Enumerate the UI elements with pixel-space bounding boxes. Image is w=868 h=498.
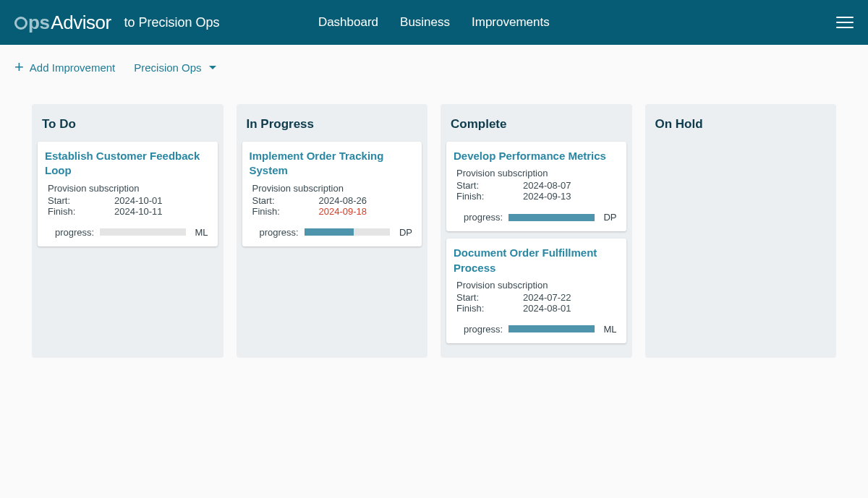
card-dates: Start:2024-08-07 Finish:2024-09-13: [454, 180, 619, 202]
improvement-card[interactable]: Implement Order Tracking System Provisio…: [242, 142, 422, 246]
add-improvement-label: Add Improvement: [30, 61, 115, 74]
app-header: ps Advisor to Precision Ops Dashboard Bu…: [0, 0, 868, 45]
progress-fill: [509, 325, 595, 332]
card-progress: progress: DP: [250, 227, 415, 238]
chevron-down-icon: [209, 66, 216, 69]
card-dates: Start:2024-07-22 Finish:2024-08-01: [454, 292, 619, 314]
column-title: In Progress: [237, 104, 428, 142]
card-subtitle: Provision subscription: [45, 183, 210, 194]
start-label: Start:: [48, 195, 114, 206]
company-filter-label: Precision Ops: [134, 61, 201, 74]
progress-bar: [100, 228, 186, 236]
card-subtitle: Provision subscription: [454, 168, 619, 179]
finish-label: Finish:: [252, 206, 319, 217]
nav-business[interactable]: Business: [400, 15, 450, 30]
finish-date: 2024-09-18: [319, 206, 367, 217]
assignee-initials: ML: [602, 324, 619, 335]
logo-ops-text: ps: [28, 12, 49, 33]
card-subtitle: Provision subscription: [454, 280, 619, 291]
improvement-card[interactable]: Document Order Fulfillment Process Provi…: [446, 239, 626, 343]
progress-label: progress:: [260, 227, 305, 238]
column-title: Complete: [441, 104, 632, 142]
column-title: To Do: [32, 104, 224, 142]
top-nav: Dashboard Business Improvements: [318, 15, 550, 30]
card-title: Establish Customer Feedback Loop: [45, 149, 210, 179]
progress-label: progress:: [55, 227, 100, 238]
progress-bar: [509, 214, 595, 221]
column-complete: Complete Develop Performance Metrics Pro…: [441, 104, 632, 358]
assignee-initials: DP: [397, 227, 414, 238]
progress-label: progress:: [464, 212, 509, 223]
finish-date: 2024-08-01: [523, 303, 571, 314]
progress-bar: [509, 325, 595, 332]
start-label: Start:: [456, 180, 523, 191]
start-date: 2024-10-01: [114, 195, 163, 206]
finish-label: Finish:: [456, 303, 523, 314]
add-improvement-button[interactable]: + Add Improvement: [14, 59, 115, 75]
finish-date: 2024-10-11: [114, 206, 163, 217]
finish-label: Finish:: [456, 191, 523, 202]
column-title: On Hold: [645, 104, 837, 142]
assignee-initials: DP: [602, 212, 619, 223]
assignee-initials: ML: [193, 227, 210, 238]
plus-icon: +: [14, 59, 24, 75]
start-date: 2024-08-07: [523, 180, 571, 191]
company-filter-dropdown[interactable]: Precision Ops: [134, 61, 216, 74]
card-dates: Start:2024-10-01 Finish:2024-10-11: [45, 195, 210, 217]
improvement-card[interactable]: Establish Customer Feedback Loop Provisi…: [38, 142, 218, 246]
menu-icon[interactable]: [836, 13, 854, 32]
column-on-hold: On Hold: [645, 104, 837, 358]
progress-fill: [305, 228, 354, 236]
company-label: to Precision Ops: [124, 15, 220, 30]
nav-improvements[interactable]: Improvements: [472, 15, 550, 30]
card-title: Implement Order Tracking System: [250, 149, 415, 179]
toolbar: + Add Improvement Precision Ops: [0, 45, 868, 75]
kanban-board: To Do Establish Customer Feedback Loop P…: [0, 75, 868, 387]
column-in-progress: In Progress Implement Order Tracking Sys…: [237, 104, 428, 358]
card-title: Document Order Fulfillment Process: [454, 246, 619, 275]
logo[interactable]: ps Advisor: [14, 12, 111, 34]
logo-advisor-text: Advisor: [51, 12, 111, 34]
card-progress: progress: ML: [454, 324, 619, 335]
column-todo: To Do Establish Customer Feedback Loop P…: [32, 104, 224, 358]
finish-label: Finish:: [48, 206, 114, 217]
start-label: Start:: [252, 195, 319, 206]
finish-date: 2024-09-13: [523, 191, 571, 202]
nav-dashboard[interactable]: Dashboard: [318, 15, 378, 30]
card-title: Develop Performance Metrics: [454, 149, 619, 163]
start-date: 2024-07-22: [523, 292, 571, 303]
card-dates: Start:2024-08-26 Finish:2024-09-18: [250, 195, 415, 217]
card-progress: progress: DP: [454, 212, 619, 223]
progress-label: progress:: [464, 324, 509, 335]
improvement-card[interactable]: Develop Performance Metrics Provision su…: [446, 142, 626, 231]
progress-bar: [305, 228, 391, 236]
progress-fill: [509, 214, 595, 221]
card-progress: progress: ML: [45, 227, 210, 238]
start-date: 2024-08-26: [319, 195, 367, 206]
logo-ring-icon: [14, 17, 27, 30]
card-subtitle: Provision subscription: [250, 183, 415, 194]
start-label: Start:: [456, 292, 523, 303]
